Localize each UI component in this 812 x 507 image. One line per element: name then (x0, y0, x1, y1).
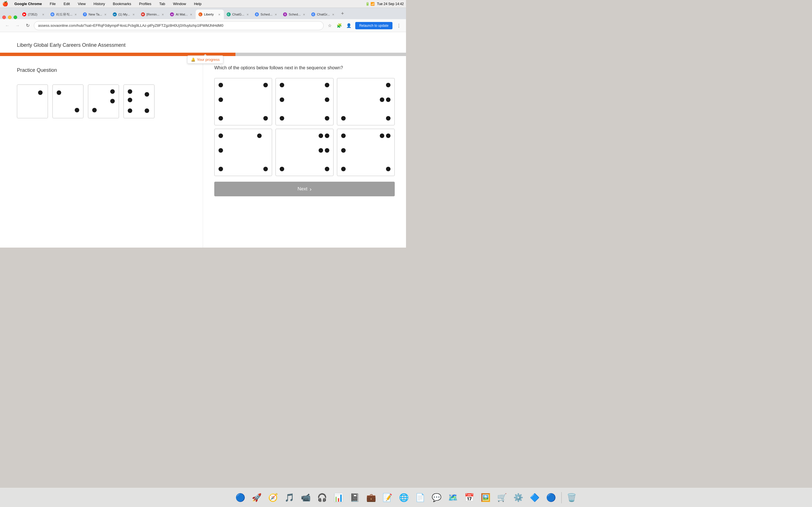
tab-schedule2[interactable]: S Sched... × (280, 10, 308, 19)
minimize-window-btn[interactable] (8, 15, 11, 19)
tab-title-aimath: AI Mat... (175, 13, 188, 16)
next-chevron-icon: › (310, 186, 312, 192)
menubar-bookmarks[interactable]: Bookmarks (111, 1, 133, 6)
answer-option-f[interactable] (337, 129, 395, 176)
tab-schedule1[interactable]: S Sched... × (252, 10, 280, 19)
apple-menu[interactable]: 🍎 (2, 1, 8, 7)
dot (386, 133, 391, 138)
tab-youtube[interactable]: ▶ (7352) × (19, 10, 48, 19)
maximize-window-btn[interactable] (13, 15, 17, 19)
menubar-profiles[interactable]: Profiles (137, 1, 153, 6)
dot (110, 99, 115, 103)
tab-gmail[interactable]: M [Remin... × (138, 10, 167, 19)
tab-close-newtab[interactable]: × (104, 12, 107, 17)
progress-icon: 🔔 (191, 57, 195, 62)
tab-aimath[interactable]: AI AI Mat... × (167, 10, 195, 19)
menubar-window[interactable]: Window (171, 1, 188, 6)
dot (263, 83, 268, 87)
tab-favicon-linkedin: in (113, 12, 117, 16)
menubar-app-name[interactable]: Google Chrome (13, 1, 44, 6)
back-button[interactable]: ← (3, 22, 11, 30)
forward-button[interactable]: → (13, 22, 21, 30)
dot (325, 167, 329, 171)
tab-close-chatgpt2[interactable]: × (332, 12, 335, 17)
tab-liberty[interactable]: L Liberty × (196, 10, 224, 19)
assessment-title: Liberty Global Early Careers Online Asse… (17, 38, 389, 53)
tab-close-youtube[interactable]: × (42, 12, 45, 17)
tab-close-schedule1[interactable]: × (274, 12, 277, 17)
tab-close-chatgpt[interactable]: × (246, 12, 249, 17)
toolbar-icons: ☆ 🧩 👤 (326, 22, 353, 30)
dot (325, 148, 329, 153)
chrome-window: ▶ (7352) × G 리드뮤직... × T New Ta... × in … (0, 8, 406, 247)
dot (75, 108, 79, 112)
tab-close-aimath[interactable]: × (190, 12, 193, 17)
main-layout: Practice Question (0, 56, 406, 247)
answer-option-c[interactable] (337, 78, 395, 125)
dot (57, 91, 61, 95)
dot (325, 98, 329, 102)
answer-option-e[interactable] (275, 129, 333, 176)
extension-button[interactable]: 🧩 (336, 22, 343, 30)
window-controls (2, 15, 17, 19)
answer-grid (214, 78, 395, 176)
relaunch-button[interactable]: Relaunch to update (355, 22, 393, 29)
dot (128, 98, 132, 102)
tab-ridmuze[interactable]: G 리드뮤직... × (48, 10, 80, 19)
tab-title-ridmuze: 리드뮤직... (56, 12, 72, 17)
tab-title-youtube: (7352) (28, 13, 40, 16)
answer-option-b[interactable] (275, 78, 333, 125)
tab-title-chatgpt: ChatG... (232, 13, 245, 16)
progress-bar-container: 🔔 Your progress (0, 53, 406, 56)
dot (280, 98, 284, 102)
sequence-card-1 (17, 84, 48, 118)
dot (341, 133, 346, 138)
menubar-edit[interactable]: Edit (62, 1, 71, 6)
tab-newtab[interactable]: T New Ta... × (80, 10, 110, 19)
tab-favicon-schedule2: S (283, 12, 287, 16)
menubar-history[interactable]: History (92, 1, 107, 6)
menubar-tab[interactable]: Tab (158, 1, 167, 6)
dot (257, 133, 262, 138)
tab-chatgpt2[interactable]: C ChatGr... × (308, 10, 338, 19)
tab-close-gmail[interactable]: × (161, 12, 165, 17)
dot (145, 108, 149, 113)
next-button[interactable]: Next › (214, 182, 395, 196)
dot (386, 167, 391, 171)
tab-title-schedule2: Sched... (289, 13, 301, 16)
sequence-card-4 (123, 84, 154, 118)
close-window-btn[interactable] (2, 15, 6, 19)
dot (110, 89, 115, 94)
tab-close-schedule2[interactable]: × (302, 12, 306, 17)
tab-chatgpt[interactable]: C ChatG... × (224, 10, 252, 19)
dot (280, 116, 284, 121)
dot (325, 133, 329, 138)
bookmark-button[interactable]: ☆ (326, 22, 334, 30)
tab-title-schedule1: Sched... (260, 13, 272, 16)
reload-button[interactable]: ↻ (24, 22, 32, 30)
tab-favicon-liberty: L (199, 12, 202, 16)
profile-button[interactable]: 👤 (345, 22, 353, 30)
dot (325, 116, 329, 121)
url-bar[interactable] (34, 21, 324, 30)
tab-favicon-gmail: M (141, 12, 145, 16)
tab-close-linkedin[interactable]: × (132, 12, 135, 17)
new-tab-button[interactable]: + (339, 10, 347, 18)
dot (380, 133, 384, 138)
tab-close-liberty[interactable]: × (218, 12, 221, 17)
dot (341, 116, 346, 121)
dot (38, 91, 43, 95)
chrome-menu-button[interactable]: ⋮ (395, 22, 403, 30)
tab-favicon-chatgpt: C (227, 12, 231, 16)
tab-close-ridmuze[interactable]: × (74, 12, 78, 17)
menubar-help[interactable]: Help (192, 1, 203, 6)
dot (386, 98, 391, 102)
answer-option-a[interactable] (214, 78, 272, 125)
tab-linkedin[interactable]: in (1) My... × (110, 10, 138, 19)
dot (128, 89, 132, 94)
menubar-view[interactable]: View (76, 1, 87, 6)
menubar: 🍎 Google Chrome File Edit View History B… (0, 0, 406, 8)
answer-option-d[interactable] (214, 129, 272, 176)
menubar-file[interactable]: File (48, 1, 57, 6)
progress-label: Your progress (197, 57, 220, 62)
